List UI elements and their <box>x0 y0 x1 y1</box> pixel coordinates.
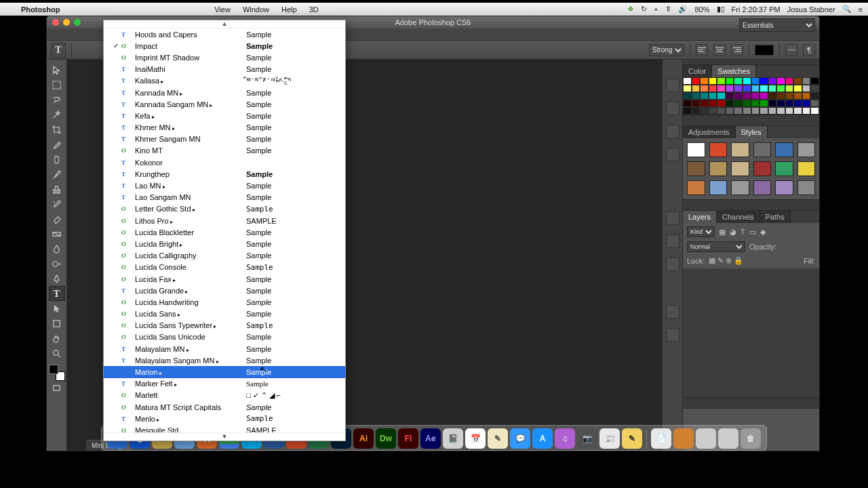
minimize-button[interactable] <box>63 19 70 26</box>
font-option[interactable]: TKailasaཨོཾ་མ་ཎི་པ་དྨེ་ཧཱུྃ <box>104 75 345 87</box>
swatch[interactable] <box>709 100 717 107</box>
swatch[interactable] <box>768 92 777 100</box>
swatch[interactable] <box>726 85 734 92</box>
shape-tool[interactable] <box>49 316 65 331</box>
swatch[interactable] <box>760 107 768 115</box>
swatch[interactable] <box>743 92 751 100</box>
dock-app[interactable] <box>673 428 694 449</box>
swatch[interactable] <box>692 100 701 107</box>
status-icon[interactable]: ❖ <box>627 5 634 14</box>
dock-app[interactable]: A <box>532 428 553 449</box>
swatch[interactable] <box>683 92 692 100</box>
swatch[interactable] <box>793 92 802 100</box>
panel-icon[interactable] <box>666 258 679 271</box>
align-center[interactable] <box>713 44 726 56</box>
dock-app[interactable]: 💬 <box>510 428 530 449</box>
move-tool[interactable] <box>49 62 65 77</box>
style-preset[interactable] <box>797 142 816 157</box>
font-option[interactable]: TMalayalam Sangam MNSample <box>104 354 345 366</box>
swatch[interactable] <box>802 107 811 115</box>
app-name[interactable]: Photoshop <box>15 5 66 14</box>
swatch[interactable] <box>793 107 802 115</box>
panel-icon[interactable] <box>666 211 679 225</box>
panel-icon[interactable] <box>666 125 679 138</box>
menu-3d[interactable]: View <box>208 5 237 14</box>
dock-app[interactable]: Dw <box>376 428 396 449</box>
swatch[interactable] <box>776 107 785 115</box>
font-option[interactable]: TKhmer Sangam MNSample <box>104 134 345 145</box>
swatch[interactable] <box>734 92 743 100</box>
swatch[interactable] <box>734 77 743 85</box>
font-option[interactable]: OMatura MT Script CapitalsSample <box>104 401 345 413</box>
swatch[interactable] <box>734 85 743 92</box>
font-option[interactable]: TInaiMathiSample <box>104 64 345 75</box>
scroll-up-arrow[interactable]: ▲ <box>104 20 345 28</box>
panel-icon[interactable] <box>666 102 679 115</box>
font-option[interactable]: OLithos ProSAMPLE <box>104 215 345 226</box>
style-preset[interactable] <box>687 161 705 176</box>
style-preset[interactable] <box>753 142 772 157</box>
style-preset[interactable] <box>797 161 816 176</box>
swatch[interactable] <box>760 77 768 85</box>
font-option[interactable]: OLucida Sans TypewriterSample <box>104 320 345 331</box>
swatch[interactable] <box>810 92 819 100</box>
swatch[interactable] <box>776 77 785 85</box>
scroll-down-arrow[interactable]: ▼ <box>104 432 345 441</box>
swatch[interactable] <box>700 77 709 85</box>
heal-tool[interactable] <box>49 152 65 167</box>
swatch[interactable] <box>760 100 768 107</box>
font-option[interactable]: TMarker FeltSample <box>104 378 345 390</box>
wifi-icon[interactable]: ⥣ <box>665 5 671 14</box>
dock-app[interactable]: 📷 <box>577 428 597 449</box>
zoom-tool[interactable] <box>49 346 65 361</box>
font-option[interactable]: OMarlett□ ✓ ⌃ ◢ ⌐ <box>104 390 345 401</box>
dock-app[interactable] <box>718 428 738 449</box>
swatch[interactable] <box>709 85 717 92</box>
menu-window[interactable]: Help <box>275 5 303 14</box>
panel-icon[interactable] <box>666 79 679 92</box>
font-option[interactable]: OLetter Gothic StdSample <box>104 203 345 215</box>
swatch[interactable] <box>810 100 819 107</box>
dock-app[interactable]: 📰 <box>599 428 620 449</box>
style-preset[interactable] <box>753 161 772 176</box>
eraser-tool[interactable] <box>49 211 65 226</box>
crop-tool[interactable] <box>49 122 65 137</box>
sync-icon[interactable]: ↻ <box>641 5 647 14</box>
font-option[interactable]: TKannada Sangam MNSample <box>104 98 345 110</box>
swatch[interactable] <box>717 100 726 107</box>
swatch[interactable] <box>768 77 777 85</box>
color-tab[interactable]: Color <box>683 65 712 77</box>
font-option[interactable]: OLucida CalligraphySample <box>104 250 345 262</box>
style-preset[interactable] <box>709 142 728 157</box>
swatch[interactable] <box>726 107 734 115</box>
dock-app[interactable]: ✎ <box>622 428 642 449</box>
swatch[interactable] <box>751 77 760 85</box>
swatch[interactable] <box>785 107 794 115</box>
dock-app[interactable]: ✎ <box>488 428 508 449</box>
swatch[interactable] <box>785 92 794 100</box>
menu-view[interactable]: Window <box>237 5 275 14</box>
swatch[interactable] <box>802 85 811 92</box>
swatch[interactable] <box>717 107 726 115</box>
anti-alias-select[interactable]: Strong <box>649 44 684 56</box>
pen-tool[interactable] <box>49 271 65 286</box>
swatch[interactable] <box>709 77 717 85</box>
swatch[interactable] <box>683 77 692 85</box>
bluetooth-icon[interactable]: ᛭ <box>654 5 658 14</box>
layers-tab[interactable]: Layers <box>683 211 717 223</box>
swatch[interactable] <box>717 85 726 92</box>
swatch[interactable] <box>700 100 709 107</box>
swatch[interactable] <box>734 107 743 115</box>
swatch[interactable] <box>717 92 726 100</box>
align-left[interactable] <box>696 44 708 56</box>
font-option[interactable]: TKrungthepSample <box>104 168 345 180</box>
swatch[interactable] <box>776 85 785 92</box>
swatch[interactable] <box>768 100 777 107</box>
font-option[interactable]: TMalayalam MNSample <box>104 343 345 354</box>
swatch[interactable] <box>802 92 811 100</box>
swatch[interactable] <box>709 107 717 115</box>
swatch[interactable] <box>768 85 777 92</box>
hand-tool[interactable] <box>49 331 65 346</box>
eyedropper-tool[interactable] <box>49 137 65 152</box>
align-right[interactable] <box>731 44 743 56</box>
